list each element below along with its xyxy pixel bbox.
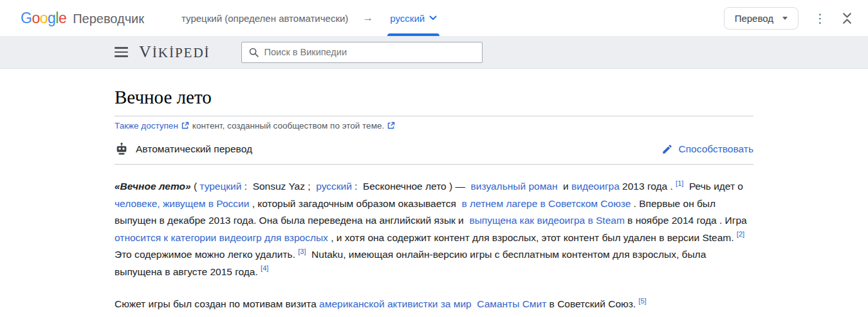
text-span: , который загадочным образом оказывается <box>249 198 461 209</box>
wiki-search-box[interactable] <box>241 42 483 63</box>
text-span: контент, созданный сообществом по этой т… <box>192 121 384 131</box>
text-link[interactable]: человеке, живущем в России <box>115 198 249 209</box>
collapse-button[interactable] <box>842 12 853 25</box>
text-span: «Вечное лето» <box>115 181 191 192</box>
chevron-down-icon <box>429 15 437 21</box>
section-divider <box>115 164 753 165</box>
translate-button-label: Перевод <box>735 13 773 24</box>
text-span: Сюжет игры был создан по мотивам визита <box>115 298 319 309</box>
menu-button[interactable] <box>115 46 128 59</box>
text-link[interactable]: русский <box>316 181 352 192</box>
machine-translation-badge: Автоматический перевод <box>115 142 252 156</box>
arrow-right-icon: → <box>362 12 373 24</box>
text-span: , и хотя она содержит контент для взросл… <box>328 232 737 243</box>
text-link[interactable]: относится к категории видеоигр для взрос… <box>115 232 328 243</box>
article-paragraph: Сюжет игры был создан по мотивам визита … <box>115 296 753 313</box>
kebab-icon: ⋮ <box>814 12 826 24</box>
target-language-label: русский <box>390 13 425 24</box>
machine-translation-label: Автоматический перевод <box>136 143 252 155</box>
collapse-icon <box>842 12 853 25</box>
text-span: G <box>21 10 32 26</box>
reference-link[interactable]: [1] <box>676 179 683 187</box>
text-span: и <box>557 181 571 192</box>
article-paragraph: «Вечное лето» ( турецкий : Sonsuz Yaz ; … <box>115 178 753 280</box>
text-link[interactable]: американской активистки за мир <box>319 298 472 309</box>
text-link[interactable]: Саманты Смит <box>477 298 546 309</box>
text-span: : Бесконечное лето ) — <box>352 181 471 192</box>
google-translate-header: Google Переводчик турецкий (определен ав… <box>0 0 868 36</box>
app-title: Переводчик <box>73 12 144 26</box>
text-span: : Sonsuz Yaz ; <box>241 181 316 192</box>
page-title: Вечное лето <box>115 87 753 108</box>
text-span: o <box>40 10 48 26</box>
more-options-button[interactable]: ⋮ <box>814 12 826 24</box>
target-language-tab[interactable]: русский <box>387 0 439 36</box>
text-link[interactable]: выпущена как видеоигра в Steam <box>469 215 624 226</box>
search-icon <box>248 47 259 58</box>
text-span: в ноябре 2014 года . Игра <box>625 215 750 226</box>
active-tab-indicator <box>387 33 439 36</box>
text-link[interactable]: турецкий <box>199 181 241 192</box>
wiki-search-input[interactable] <box>264 47 476 57</box>
external-link-icon[interactable] <box>181 122 189 131</box>
reference-link[interactable]: [2] <box>737 230 744 238</box>
text-span: 2013 года . <box>620 181 676 192</box>
reference-link[interactable]: [5] <box>638 297 646 305</box>
dropdown-caret-icon <box>782 17 788 20</box>
text-span: g <box>48 10 55 26</box>
menu-icon <box>115 47 128 49</box>
wikipedia-logo[interactable]: VİKİPEDİ <box>139 42 210 62</box>
article-content: Вечное лето Также доступенконтент, созда… <box>115 87 753 313</box>
text-link[interactable]: в летнем лагере в Советском Союзе <box>462 198 631 209</box>
reference-link[interactable]: [4] <box>261 264 268 272</box>
translate-button[interactable]: Перевод <box>724 7 799 30</box>
text-span: Речь идет о <box>683 181 746 192</box>
robot-icon <box>115 142 129 156</box>
title-divider <box>115 116 753 116</box>
text-link[interactable]: визуальный роман <box>471 181 558 192</box>
pencil-icon <box>661 143 673 155</box>
reference-link[interactable]: [3] <box>298 248 306 255</box>
availability-note: Также доступенконтент, созданный сообщес… <box>115 121 753 131</box>
text-link[interactable]: видеоигра <box>571 181 620 192</box>
contribute-label: Способствовать <box>679 143 754 155</box>
wikipedia-header: VİKİPEDİ <box>0 36 868 69</box>
language-bar: турецкий (определен автоматически) → рус… <box>181 0 439 36</box>
google-logo: Google <box>21 10 66 27</box>
text-span: e <box>59 10 66 26</box>
source-language-label[interactable]: турецкий (определен автоматически) <box>181 13 348 24</box>
translation-info-row: Автоматический перевод Способствовать <box>115 142 753 156</box>
external-link-icon[interactable] <box>387 122 395 131</box>
text-span: o <box>32 10 39 26</box>
text-span: в Советский Союз. <box>546 298 638 309</box>
contribute-link[interactable]: Способствовать <box>661 143 754 155</box>
app-brand: Google Переводчик <box>21 10 144 27</box>
header-controls: Перевод ⋮ <box>724 7 853 30</box>
text-link[interactable]: Также доступен <box>115 121 178 131</box>
text-span <box>472 298 477 309</box>
text-span: ( <box>191 181 200 192</box>
